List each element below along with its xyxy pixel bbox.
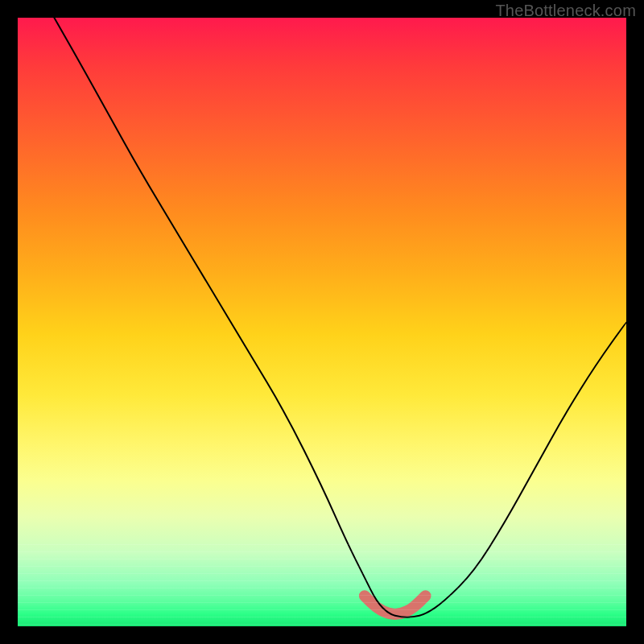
chart-container: TheBottleneck.com [0,0,644,644]
plot-area [18,18,626,626]
bottleneck-curve [54,18,626,617]
curve-svg [18,18,626,626]
trough-highlight [365,596,426,614]
